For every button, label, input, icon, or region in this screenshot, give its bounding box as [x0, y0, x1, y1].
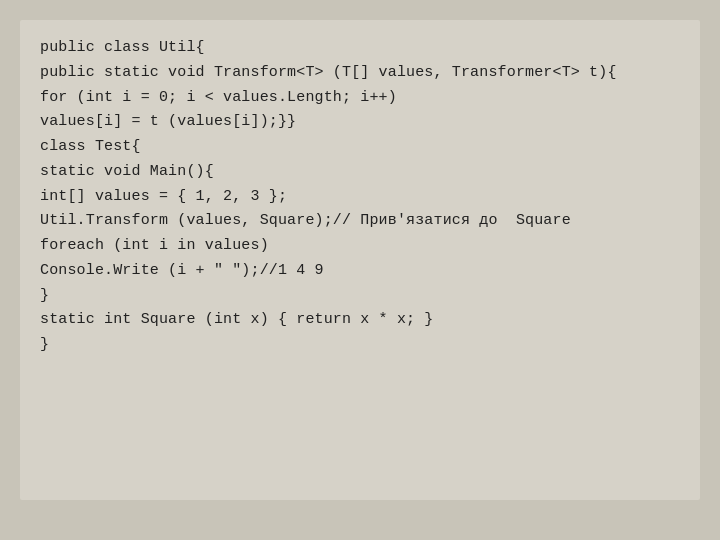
code-line: static void Main(){	[40, 160, 680, 185]
code-line: foreach (int i in values)	[40, 234, 680, 259]
code-line: for (int i = 0; i < values.Length; i++)	[40, 86, 680, 111]
code-line: }	[40, 333, 680, 358]
code-block: public class Util{public static void Tra…	[20, 20, 700, 500]
code-line: class Test{	[40, 135, 680, 160]
code-line: values[i] = t (values[i]);}}	[40, 110, 680, 135]
code-line: }	[40, 284, 680, 309]
code-line: static int Square (int x) { return x * x…	[40, 308, 680, 333]
code-line: public static void Transform<T> (T[] val…	[40, 61, 680, 86]
code-line: Util.Transform (values, Square);// Прив'…	[40, 209, 680, 234]
code-line: public class Util{	[40, 36, 680, 61]
code-line: int[] values = { 1, 2, 3 };	[40, 185, 680, 210]
code-line: Console.Write (i + " ");//1 4 9	[40, 259, 680, 284]
